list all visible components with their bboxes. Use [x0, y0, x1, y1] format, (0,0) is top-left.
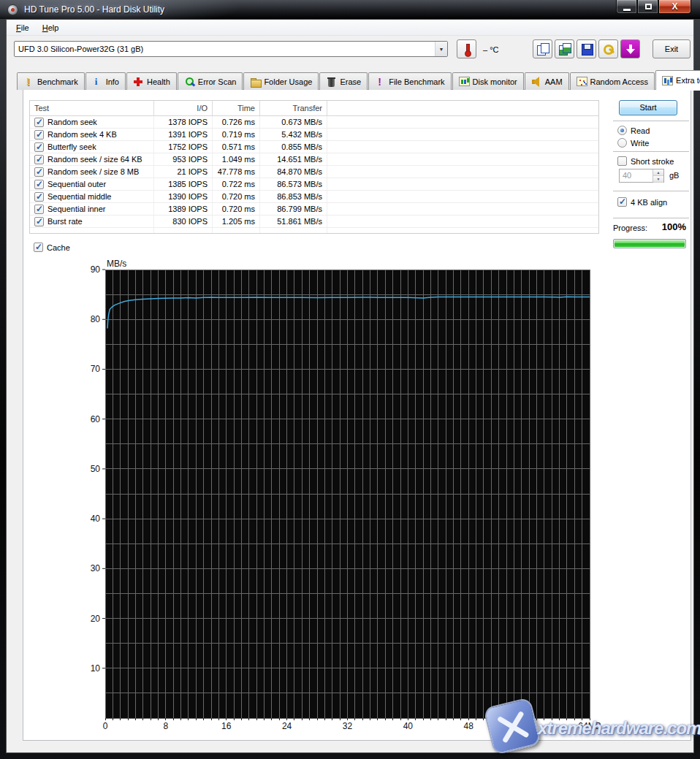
copy-image-icon	[558, 42, 571, 56]
tab-aam[interactable]: AAM	[525, 72, 569, 90]
row-checkbox[interactable]	[34, 217, 44, 226]
table-row: Random seek / size 64 KB 953 IOPS 1.049 …	[30, 153, 598, 166]
menu-help[interactable]: Help	[36, 21, 66, 34]
minimize-button[interactable]	[616, 0, 637, 14]
exit-button[interactable]: Exit	[653, 39, 691, 58]
error-scan-icon	[184, 77, 195, 87]
header-io[interactable]: I/O	[154, 101, 213, 115]
progress-bar-fill	[615, 240, 685, 247]
tab-error-scan[interactable]: Error Scan	[178, 72, 243, 90]
table-row: Random seek / size 8 MB 21 IOPS 47.778 m…	[30, 166, 598, 178]
svg-text:50: 50	[91, 464, 101, 474]
extra-tests-panel: Test I/O Time Transfer Random seek 1378 …	[23, 89, 691, 741]
menu-file[interactable]: File	[9, 21, 36, 34]
maximize-button[interactable]	[637, 0, 658, 14]
svg-text:8: 8	[164, 721, 169, 731]
header-test[interactable]: Test	[30, 101, 154, 115]
tab-health[interactable]: Health	[126, 72, 177, 90]
close-button[interactable]: X	[658, 0, 691, 14]
tab-benchmark[interactable]: Benchmark	[17, 72, 85, 90]
row-checkbox[interactable]	[34, 167, 44, 177]
svg-text:32: 32	[343, 721, 353, 731]
row-checkbox[interactable]	[34, 118, 44, 127]
chevron-down-icon: ▼	[435, 42, 447, 56]
close-icon: X	[659, 1, 691, 12]
drive-select-value: UFD 3.0 Silicon-Power32G (31 gB)	[15, 45, 435, 53]
row-checkbox[interactable]	[34, 155, 44, 164]
stepper-unit-label: gB	[669, 171, 679, 180]
row-checkbox[interactable]	[34, 205, 44, 214]
stepper-up-icon[interactable]: ▲	[653, 169, 663, 176]
tab-info[interactable]: Info	[85, 72, 126, 90]
svg-text:40: 40	[403, 721, 414, 731]
checkbox-icon	[617, 197, 627, 207]
download-button[interactable]	[620, 39, 640, 58]
table-header: Test I/O Time Transfer	[30, 101, 598, 116]
title-bar: HD Tune Pro 5.00 - Hard Disk Utility X	[0, 0, 700, 19]
table-row: Sequential middle 1390 IOPS 0.720 ms 86.…	[30, 191, 598, 203]
read-radio[interactable]: Read	[617, 126, 650, 135]
temperature-button[interactable]	[457, 39, 476, 58]
svg-text:56: 56	[524, 721, 534, 731]
tab-random-access[interactable]: Random Access	[570, 72, 655, 90]
table-row: Sequential inner 1389 IOPS 0.720 ms 86.7…	[30, 203, 598, 216]
tab-erase[interactable]: Erase	[319, 72, 368, 90]
svg-text:16: 16	[221, 721, 232, 731]
checkbox-icon	[617, 156, 627, 166]
short-stroke-size-stepper[interactable]: 40 ▲▼	[619, 169, 664, 183]
menu-bar: File Help	[7, 20, 693, 36]
svg-text:60: 60	[91, 414, 101, 424]
checkbox-icon	[34, 243, 43, 252]
drive-select-dropdown[interactable]: UFD 3.0 Silicon-Power32G (31 gB) ▼	[14, 41, 448, 57]
disk-monitor-icon	[459, 77, 470, 86]
copy-image-button[interactable]	[555, 39, 574, 58]
header-transfer[interactable]: Transfer	[260, 101, 327, 115]
results-table: Test I/O Time Transfer Random seek 1378 …	[29, 100, 599, 234]
separator	[613, 151, 689, 152]
svg-text:0: 0	[103, 721, 108, 731]
random-access-icon	[577, 77, 587, 86]
svg-text:MB/s: MB/s	[107, 259, 126, 269]
benchmark-icon	[23, 77, 34, 87]
download-icon	[624, 42, 637, 56]
table-row: Random seek 1378 IOPS 0.726 ms 0.673 MB/…	[30, 116, 598, 129]
start-button[interactable]: Start	[619, 100, 677, 115]
row-checkbox[interactable]	[34, 192, 44, 202]
row-checkbox[interactable]	[34, 130, 44, 140]
kb-align-checkbox[interactable]: 4 KB align	[617, 197, 667, 207]
row-checkbox[interactable]	[34, 142, 44, 152]
options-button[interactable]	[598, 39, 618, 58]
svg-text:20: 20	[91, 614, 101, 624]
minimize-icon	[623, 9, 631, 11]
stepper-value: 40	[620, 169, 653, 182]
info-icon	[92, 77, 103, 87]
table-row: Random seek 4 KB 1391 IOPS 0.719 ms 5.43…	[30, 129, 598, 141]
tab-disk-monitor[interactable]: Disk monitor	[452, 72, 524, 90]
save-button[interactable]	[577, 39, 596, 58]
tab-file-benchmark[interactable]: File Benchmark	[368, 72, 451, 90]
health-icon	[133, 77, 144, 87]
tab-folder-usage[interactable]: Folder Usage	[243, 72, 319, 90]
folder-icon	[250, 77, 261, 87]
temperature-value: – °C	[483, 45, 499, 54]
row-checkbox[interactable]	[34, 180, 44, 189]
stepper-arrows[interactable]: ▲▼	[653, 169, 663, 182]
tab-extra-tests[interactable]: Extra tests	[655, 70, 700, 90]
svg-text:24: 24	[282, 721, 292, 731]
maximize-icon	[645, 4, 652, 9]
svg-text:90: 90	[91, 264, 101, 275]
speaker-icon	[531, 77, 542, 87]
separator	[613, 218, 689, 218]
header-time[interactable]: Time	[213, 101, 260, 115]
save-icon	[580, 42, 593, 56]
short-stroke-checkbox[interactable]: Short stroke	[617, 156, 674, 166]
copy-text-button[interactable]	[533, 39, 552, 58]
write-radio[interactable]: Write	[617, 138, 649, 148]
table-row: Butterfly seek 1752 IOPS 0.571 ms 0.855 …	[30, 141, 598, 153]
app-window: HD Tune Pro 5.00 - Hard Disk Utility X F…	[0, 0, 700, 759]
svg-text:48: 48	[464, 721, 474, 731]
stepper-down-icon[interactable]: ▼	[653, 176, 663, 183]
extra-tests-icon	[662, 76, 673, 85]
cache-checkbox[interactable]: Cache	[34, 243, 70, 252]
svg-text:80: 80	[91, 314, 101, 324]
